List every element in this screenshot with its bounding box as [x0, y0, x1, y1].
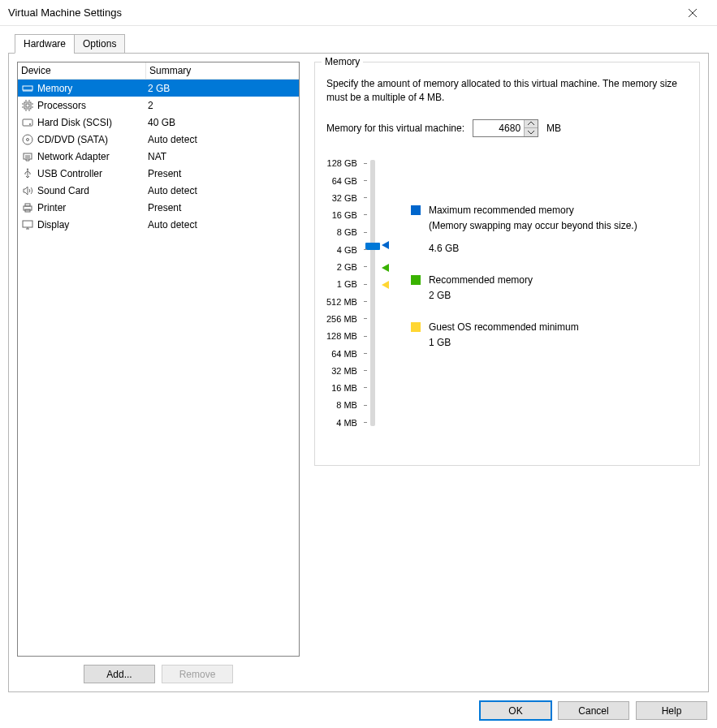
- chevron-down-icon: [528, 130, 534, 134]
- device-summary-label: Auto detect: [146, 219, 299, 230]
- device-row-cddvd[interactable]: CD/DVD (SATA)Auto detect: [18, 131, 299, 148]
- device-row-display[interactable]: DisplayAuto detect: [18, 216, 299, 233]
- scale-tick: [364, 422, 367, 423]
- svg-point-8: [27, 168, 28, 170]
- scale-label: 128 GB: [327, 155, 357, 172]
- memory-input[interactable]: [473, 120, 524, 136]
- svg-rect-12: [23, 221, 32, 227]
- network-icon: [21, 150, 34, 163]
- svg-rect-3: [23, 119, 32, 126]
- column-header-summary[interactable]: Summary: [146, 62, 299, 79]
- swatch-blue-icon: [411, 205, 421, 215]
- device-name-label: Network Adapter: [37, 151, 110, 162]
- add-button[interactable]: Add...: [84, 665, 155, 683]
- device-row-network[interactable]: Network AdapterNAT: [18, 148, 299, 165]
- legend-rec-value: 2 GB: [429, 290, 637, 301]
- slider-rail: [370, 160, 375, 426]
- tab-strip: Hardware Options: [15, 34, 709, 54]
- display-icon: [21, 218, 34, 231]
- scale-tick: [364, 266, 367, 267]
- device-row-harddisk[interactable]: Hard Disk (SCSI)40 GB: [18, 114, 299, 131]
- spinner-up[interactable]: [525, 120, 538, 128]
- printer-icon: [21, 201, 34, 214]
- chevron-up-icon: [528, 122, 534, 126]
- marker-recommended: [382, 264, 389, 272]
- scale-tick: [364, 163, 367, 164]
- disk-icon: [21, 116, 34, 129]
- device-cell: Display: [18, 218, 146, 231]
- legend-min-label: Guest OS recommended minimum: [429, 321, 579, 334]
- scale-label: 4 MB: [336, 414, 357, 431]
- memory-input-row: Memory for this virtual machine: MB: [326, 119, 688, 137]
- device-name-label: CD/DVD (SATA): [37, 134, 108, 145]
- scale-label: 256 MB: [326, 310, 357, 327]
- device-name-label: Memory: [37, 83, 72, 94]
- right-panel: Memory Specify the amount of memory allo…: [314, 62, 700, 683]
- device-summary-label: Auto detect: [146, 185, 299, 196]
- legend-max-sub: (Memory swapping may occur beyond this s…: [429, 220, 637, 231]
- scale-tick: [364, 405, 367, 406]
- slider-thumb[interactable]: [365, 243, 380, 250]
- memory-icon: [21, 82, 34, 95]
- window-title: Virtual Machine Settings: [8, 6, 676, 19]
- svg-point-6: [27, 138, 29, 140]
- device-row-printer[interactable]: PrinterPresent: [18, 199, 299, 216]
- scale-label: 16 GB: [332, 206, 357, 223]
- svg-rect-1: [24, 102, 31, 109]
- device-summary-label: Present: [146, 202, 299, 213]
- scale-tick: [364, 284, 367, 285]
- tab-options[interactable]: Options: [74, 34, 125, 54]
- scale-track[interactable]: [364, 155, 387, 431]
- spinner-arrows: [524, 120, 538, 136]
- swatch-green-icon: [411, 275, 421, 285]
- scale-tick: [364, 387, 367, 388]
- layout: Device Summary Memory2 GBProcessors2Hard…: [17, 62, 700, 683]
- memory-slider[interactable]: 128 GB64 GB32 GB16 GB8 GB4 GB2 GB1 GB512…: [326, 155, 387, 432]
- device-row-sound[interactable]: Sound CardAuto detect: [18, 182, 299, 199]
- svg-point-4: [29, 123, 31, 125]
- ok-button[interactable]: OK: [480, 701, 551, 720]
- tab-panel-hardware: Device Summary Memory2 GBProcessors2Hard…: [8, 53, 709, 692]
- scale-label: 64 MB: [331, 345, 357, 362]
- memory-spinner: [473, 119, 538, 137]
- tab-hardware[interactable]: Hardware: [15, 34, 75, 54]
- scale-label: 16 MB: [331, 379, 357, 396]
- device-summary-label: 2: [146, 100, 299, 111]
- legend-minimum: Guest OS recommended minimum: [411, 321, 637, 334]
- marker-minimum: [382, 281, 389, 289]
- device-name-label: Printer: [37, 202, 66, 213]
- device-list: Device Summary Memory2 GBProcessors2Hard…: [17, 62, 300, 657]
- device-name-label: Hard Disk (SCSI): [37, 117, 112, 128]
- device-cell: Sound Card: [18, 184, 146, 197]
- memory-unit-label: MB: [546, 123, 561, 134]
- remove-button[interactable]: Remove: [162, 665, 233, 683]
- usb-icon: [21, 167, 34, 180]
- scale-label: 64 GB: [332, 172, 357, 189]
- device-row-memory[interactable]: Memory2 GB: [18, 80, 299, 97]
- close-button[interactable]: [676, 0, 709, 26]
- device-cell: CD/DVD (SATA): [18, 133, 146, 146]
- cpu-icon: [21, 99, 34, 112]
- dialog-buttons: OK Cancel Help: [480, 701, 707, 720]
- cancel-button[interactable]: Cancel: [558, 701, 629, 720]
- dialog-body: Hardware Options Device Summary Memory2 …: [0, 26, 717, 692]
- scale-label: 2 GB: [337, 258, 357, 275]
- memory-group-title: Memory: [322, 56, 363, 67]
- legend-recommended: Recommended memory: [411, 274, 637, 286]
- help-button[interactable]: Help: [636, 701, 707, 720]
- sound-icon: [21, 184, 34, 197]
- device-cell: Hard Disk (SCSI): [18, 116, 146, 129]
- legend-rec-label: Recommended memory: [429, 274, 533, 286]
- memory-description: Specify the amount of memory allocated t…: [326, 77, 688, 105]
- scale-labels: 128 GB64 GB32 GB16 GB8 GB4 GB2 GB1 GB512…: [326, 155, 357, 432]
- spinner-down[interactable]: [525, 128, 538, 136]
- device-panel: Device Summary Memory2 GBProcessors2Hard…: [17, 62, 300, 683]
- device-row-processors[interactable]: Processors2: [18, 97, 299, 114]
- device-cell: USB Controller: [18, 167, 146, 180]
- scale-tick: [364, 197, 367, 198]
- svg-rect-0: [23, 86, 32, 90]
- device-row-usb[interactable]: USB ControllerPresent: [18, 165, 299, 182]
- swatch-yellow-icon: [411, 322, 421, 332]
- column-header-device[interactable]: Device: [18, 62, 146, 79]
- scale-tick: [364, 336, 367, 337]
